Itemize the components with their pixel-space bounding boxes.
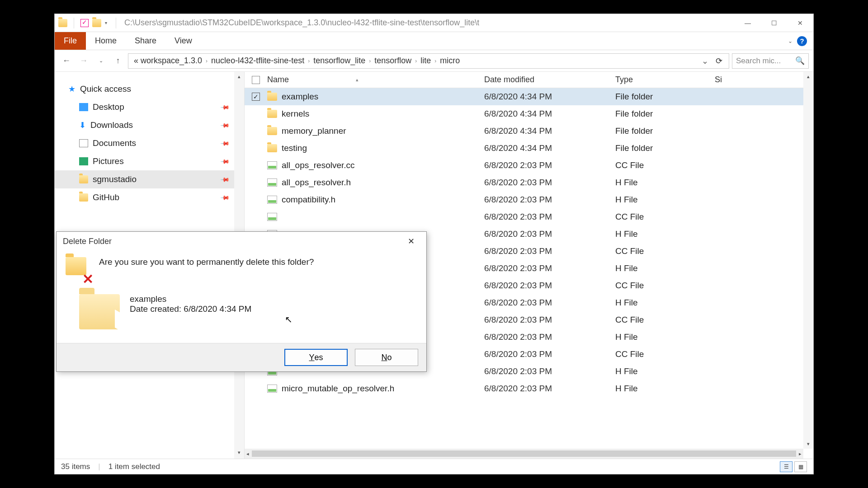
file-row[interactable]: testing6/8/2020 4:34 PMFile folder [245, 140, 813, 157]
scroll-left-icon[interactable]: ◂ [246, 451, 249, 457]
file-icon [267, 196, 277, 204]
file-row[interactable]: kernels6/8/2020 4:34 PMFile folder [245, 105, 813, 122]
yes-button[interactable]: Yes [284, 349, 348, 366]
tab-home[interactable]: Home [86, 32, 126, 50]
column-headers[interactable]: Name▴ Date modified Type Si [245, 72, 813, 88]
scroll-down-icon[interactable]: ▾ [807, 439, 810, 449]
pin-icon: 📌 [220, 156, 230, 166]
file-date: 6/8/2020 2:03 PM [484, 160, 615, 170]
sidebar-item[interactable]: Pictures📌 [55, 152, 244, 170]
status-bar: 35 items | 1 item selected ☰ ▦ [55, 459, 813, 474]
refresh-icon[interactable]: ⟳ [713, 56, 725, 66]
column-size[interactable]: Si [715, 75, 813, 84]
pin-icon: 📌 [220, 138, 230, 148]
sidebar-item[interactable]: Desktop📌 [55, 98, 244, 116]
breadcrumb[interactable]: « workspace_1.3.0 [132, 56, 204, 66]
file-date: 6/8/2020 2:03 PM [484, 178, 615, 188]
scroll-up-icon[interactable]: ▴ [807, 72, 810, 81]
file-type: File folder [615, 109, 715, 119]
dialog-close-button[interactable]: ✕ [402, 235, 420, 248]
star-icon: ★ [68, 84, 75, 94]
help-icon[interactable]: ? [797, 36, 807, 46]
address-dropdown-icon[interactable]: ⌄ [699, 56, 711, 66]
sidebar-quick-access[interactable]: ★ Quick access [55, 80, 244, 98]
file-row[interactable]: all_ops_resolver.cc6/8/2020 2:03 PMCC Fi… [245, 157, 813, 174]
sidebar-item-label: Pictures [93, 156, 124, 166]
sidebar-item-label: Documents [93, 138, 136, 148]
titlebar[interactable]: C:\Users\sgmustadio\STM32CubeIDE\workspa… [55, 14, 813, 32]
vertical-scrollbar[interactable]: ▴ ▾ [803, 72, 813, 449]
breadcrumb[interactable]: lite [419, 56, 433, 66]
minimize-button[interactable]: — [735, 14, 761, 32]
file-icon [267, 161, 277, 169]
up-button[interactable]: ↑ [111, 54, 125, 68]
ribbon: File Home Share View ⌄ ? [55, 32, 813, 50]
folder-icon [79, 175, 88, 183]
scroll-up-icon[interactable]: ▴ [238, 72, 241, 81]
folder-icon [267, 144, 277, 152]
file-date: 6/8/2020 4:34 PM [484, 143, 615, 153]
tab-view[interactable]: View [165, 32, 201, 50]
qat-dropdown-icon[interactable] [105, 21, 109, 25]
scroll-right-icon[interactable]: ▸ [799, 451, 802, 457]
file-type: H File [615, 229, 715, 239]
column-name[interactable]: Name [267, 75, 289, 84]
sidebar-item[interactable]: Documents📌 [55, 134, 244, 152]
column-type[interactable]: Type [615, 75, 715, 84]
folder-icon [267, 110, 277, 118]
window-controls: — ☐ ✕ [735, 14, 813, 32]
back-button[interactable]: ← [59, 54, 74, 68]
pin-icon: 📌 [220, 192, 230, 202]
close-button[interactable]: ✕ [787, 14, 813, 32]
no-button[interactable]: No [355, 349, 418, 366]
tab-file[interactable]: File [55, 32, 86, 50]
file-type: H File [615, 366, 715, 376]
horizontal-scrollbar[interactable]: ◂ ▸ [245, 449, 803, 459]
file-row[interactable]: all_ops_resolver.h6/8/2020 2:03 PMH File [245, 174, 813, 191]
file-row[interactable]: ✓examples6/8/2020 4:34 PMFile folder [245, 88, 813, 105]
file-row[interactable]: compatibility.h6/8/2020 2:03 PMH File [245, 191, 813, 208]
details-view-button[interactable]: ☰ [780, 461, 793, 472]
file-row[interactable]: memory_planner6/8/2020 4:34 PMFile folde… [245, 122, 813, 140]
search-icon: 🔍 [795, 56, 805, 66]
sidebar-item[interactable]: GitHub📌 [55, 188, 244, 206]
select-all-checkbox[interactable] [252, 76, 260, 84]
folder-icon[interactable] [92, 19, 101, 27]
tab-share[interactable]: Share [126, 32, 165, 50]
dialog-item-meta: Date created: 6/8/2020 4:34 PM [130, 304, 251, 314]
file-row[interactable]: micro_mutable_op_resolver.h6/8/2020 2:03… [245, 380, 813, 397]
scrollbar-track[interactable] [252, 450, 796, 457]
delete-folder-dialog: Delete Folder ✕ ✕ Are you sure you want … [56, 231, 427, 372]
maximize-button[interactable]: ☐ [761, 14, 787, 32]
file-name: all_ops_resolver.cc [282, 160, 355, 170]
breadcrumb[interactable]: tensorflow [373, 56, 413, 66]
column-date[interactable]: Date modified [484, 75, 615, 84]
properties-icon[interactable] [80, 19, 89, 27]
sidebar-item-label: Downloads [90, 120, 133, 130]
folder-icon [267, 127, 277, 135]
scrollbar-thumb[interactable] [252, 450, 753, 457]
file-type: CC File [615, 246, 715, 256]
sidebar-item-label: sgmustadio [93, 174, 137, 184]
selection-count: 1 item selected [108, 462, 160, 471]
breadcrumb[interactable]: micro [438, 56, 462, 66]
breadcrumb[interactable]: nucleo-l432-tflite-sine-test [209, 56, 306, 66]
thumbnails-view-button[interactable]: ▦ [794, 461, 807, 472]
file-row[interactable]: 6/8/2020 2:03 PMCC File [245, 208, 813, 225]
ribbon-expand-icon[interactable]: ⌄ [788, 38, 793, 44]
sidebar-item[interactable]: sgmustadio📌 [55, 170, 244, 188]
search-input[interactable]: Search mic... 🔍 [732, 53, 809, 69]
dialog-titlebar[interactable]: Delete Folder ✕ [57, 232, 426, 251]
sort-indicator-icon: ▴ [356, 77, 359, 83]
row-checkbox[interactable]: ✓ [252, 93, 260, 101]
scroll-down-icon[interactable]: ▾ [238, 448, 241, 457]
address-bar[interactable]: « workspace_1.3.0› nucleo-l432-tflite-si… [128, 53, 729, 69]
recent-dropdown-icon[interactable]: ⌄ [94, 54, 108, 68]
breadcrumb[interactable]: tensorflow_lite [311, 56, 367, 66]
forward-button[interactable]: → [76, 54, 91, 68]
sidebar-item[interactable]: ⬇Downloads📌 [55, 116, 244, 134]
file-type: File folder [615, 92, 715, 102]
folder-icon [79, 193, 88, 202]
quick-access-toolbar [55, 18, 119, 28]
file-icon [267, 213, 277, 221]
